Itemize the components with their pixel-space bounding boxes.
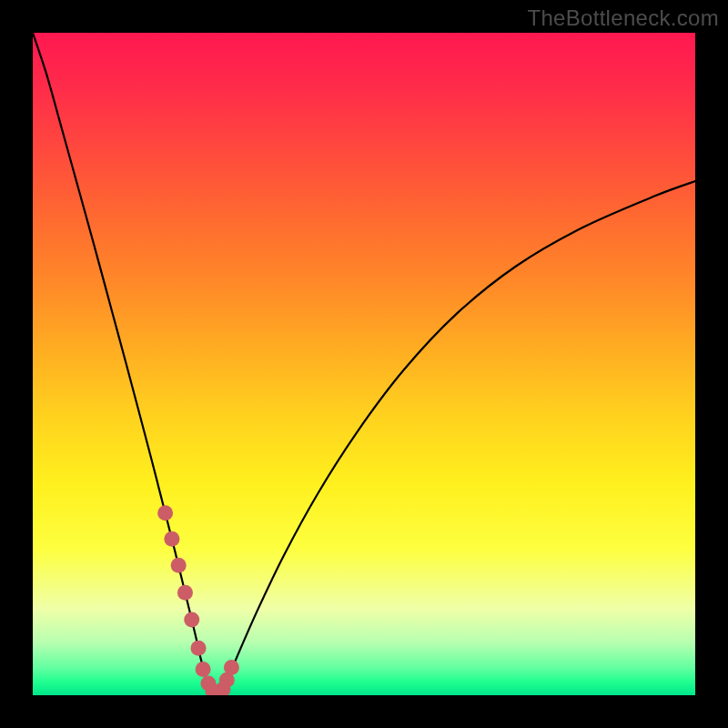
highlight-marker <box>184 612 199 628</box>
highlight-marker <box>177 585 193 601</box>
highlight-marker <box>196 662 211 677</box>
highlight-marker <box>164 531 179 547</box>
watermark: TheBottleneck.com <box>527 5 719 31</box>
bottleneck-curve-line <box>33 33 695 694</box>
highlight-marker <box>191 641 207 656</box>
highlight-marker <box>224 660 239 675</box>
highlight-marker-group <box>157 505 239 695</box>
highlight-marker <box>171 558 187 573</box>
chart-svg <box>33 33 695 695</box>
highlight-marker <box>157 505 173 521</box>
chart-plot-area <box>33 33 695 695</box>
